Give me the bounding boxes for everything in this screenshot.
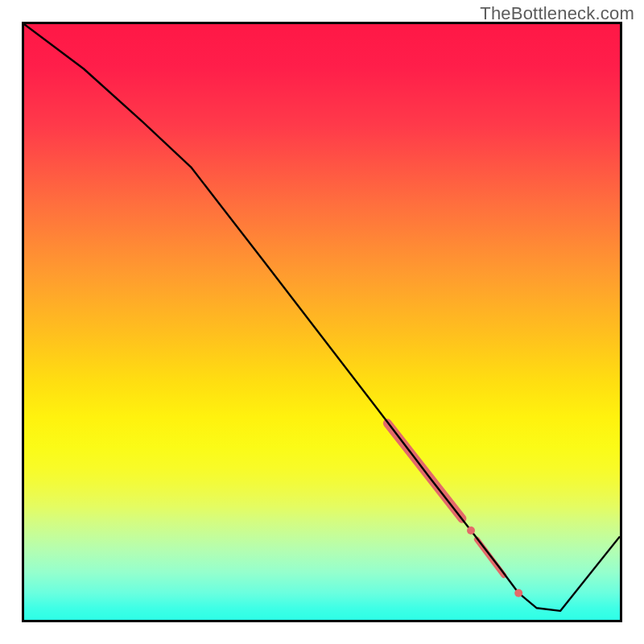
watermark-label: TheBottleneck.com [480,3,634,24]
highlight-point-0 [467,526,475,535]
series-bottleneck-curve [24,24,620,611]
chart-container: TheBottleneck.com [0,0,644,644]
plot-area [22,22,622,622]
curve-layer [24,24,620,611]
highlight-point-1 [514,589,522,597]
chart-svg [24,24,620,620]
